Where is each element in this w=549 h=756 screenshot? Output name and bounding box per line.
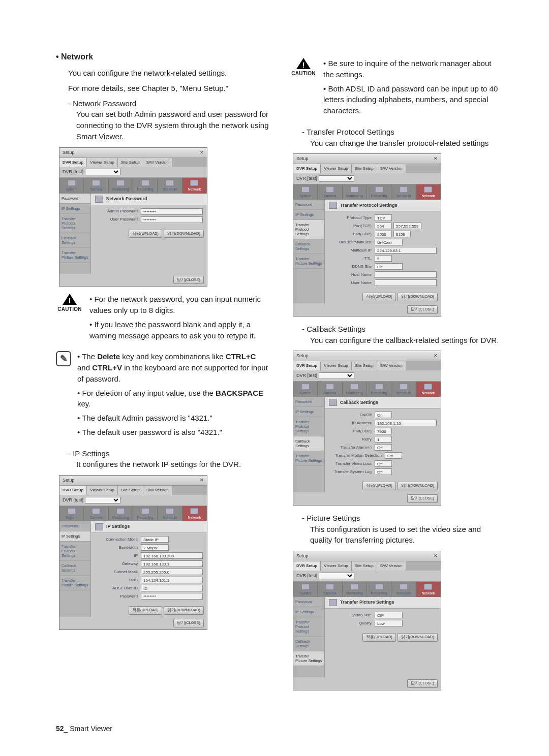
download-button[interactable]: 읽기(DOWNLOAD) — [398, 293, 438, 301]
side-tp[interactable]: Transfer Protocol Settings — [59, 214, 90, 233]
cat-schedule[interactable]: Schedule — [391, 382, 416, 397]
adsl-id-input[interactable]: ID — [141, 585, 203, 591]
side-pic[interactable]: Transfer Picture Settings — [59, 576, 90, 590]
multicast-ip-input[interactable]: 224.126.63.1 — [375, 247, 437, 254]
tab-dvr-setup[interactable]: DVR Setup — [59, 158, 87, 167]
tab-site-setup[interactable]: Site Setup — [118, 486, 143, 495]
cat-system[interactable]: System — [59, 506, 84, 521]
cat-camera[interactable]: Camera — [318, 582, 342, 597]
cat-recording[interactable]: Recording — [367, 582, 391, 597]
side-password[interactable]: Password — [59, 194, 90, 204]
tab-viewer-setup[interactable]: Viewer Setup — [321, 361, 351, 370]
close-icon[interactable]: ✕ — [200, 477, 204, 484]
onoff-select[interactable]: On — [375, 412, 392, 418]
tab-dvr-setup[interactable]: DVR Setup — [293, 164, 321, 173]
cat-monitoring[interactable]: Monitoring — [109, 506, 133, 521]
cat-recording[interactable]: Recording — [133, 506, 158, 521]
download-button[interactable]: 읽기(DOWNLOAD) — [398, 633, 438, 642]
cat-system[interactable]: System — [293, 184, 318, 200]
tab-site-setup[interactable]: Site Setup — [352, 164, 377, 173]
side-ip[interactable]: IP Settings — [293, 210, 324, 220]
cat-system[interactable]: System — [293, 382, 318, 397]
dvr-select[interactable] — [319, 573, 354, 579]
close-button[interactable]: 닫기(CLOSE) — [407, 494, 438, 503]
tab-dvr-setup[interactable]: DVR Setup — [293, 361, 321, 370]
dvr-select[interactable] — [85, 169, 120, 175]
cat-monitoring[interactable]: Monitoring — [109, 178, 133, 193]
user-password-input[interactable]: ******** — [141, 216, 203, 223]
cb-ip-input[interactable]: 192.168.1.10 — [375, 420, 437, 426]
cat-network[interactable]: Network — [182, 178, 207, 193]
cat-monitoring[interactable]: Monitoring — [343, 184, 367, 200]
side-ip[interactable]: IP Settings — [293, 407, 324, 417]
cat-schedule[interactable]: Schedule — [158, 506, 182, 521]
close-button[interactable]: 닫기(CLOSE) — [173, 619, 204, 627]
side-password[interactable]: Password — [293, 200, 324, 210]
unicast-select[interactable]: UniCast — [375, 239, 403, 245]
cat-recording[interactable]: Recording — [133, 178, 158, 193]
close-icon[interactable]: ✕ — [434, 353, 438, 359]
ttl-select[interactable]: 5 — [375, 255, 392, 262]
user-name-input[interactable] — [375, 279, 437, 286]
conn-mode-select[interactable]: Static IP — [141, 536, 169, 543]
side-ip[interactable]: IP Settings — [59, 531, 90, 542]
gateway-input[interactable]: 192.168.130.1 — [141, 560, 203, 567]
side-pic[interactable]: Transfer Picture Settings — [293, 254, 324, 269]
cat-recording[interactable]: Recording — [367, 382, 391, 397]
tab-viewer-setup[interactable]: Viewer Setup — [321, 164, 351, 173]
cb-port-select[interactable]: 7900 — [375, 428, 392, 434]
tab-sw-version[interactable]: S/W Version — [143, 158, 172, 167]
upload-button[interactable]: 적용(UPLOAD) — [129, 230, 162, 238]
side-password[interactable]: Password — [59, 521, 90, 531]
cat-camera[interactable]: Camera — [318, 184, 342, 200]
cat-camera[interactable]: Camera — [84, 506, 108, 521]
close-icon[interactable]: ✕ — [434, 553, 438, 559]
tab-sw-version[interactable]: S/W Version — [377, 561, 406, 571]
download-button[interactable]: 읽기(DOWNLOAD) — [164, 230, 204, 238]
upload-button[interactable]: 적용(UPLOAD) — [362, 633, 396, 642]
side-ip[interactable]: IP Settings — [59, 204, 90, 214]
cat-monitoring[interactable]: Monitoring — [343, 582, 367, 597]
system-log-select[interactable]: Off — [375, 468, 392, 475]
tab-sw-version[interactable]: S/W Version — [377, 361, 406, 370]
cat-network[interactable]: Network — [416, 184, 441, 200]
dvr-select[interactable] — [85, 497, 120, 503]
tab-viewer-setup[interactable]: Viewer Setup — [87, 486, 117, 495]
side-tp[interactable]: Transfer Protocol Settings — [293, 417, 324, 436]
cat-camera[interactable]: Camera — [84, 178, 108, 193]
upload-button[interactable]: 적용(UPLOAD) — [129, 606, 162, 615]
cat-network[interactable]: Network — [416, 382, 441, 397]
close-icon[interactable]: ✕ — [434, 155, 438, 162]
port-tcp-input[interactable]: 554 — [375, 223, 392, 229]
side-cb[interactable]: Callback Settings — [293, 637, 324, 651]
cat-schedule[interactable]: Schedule — [391, 582, 416, 597]
close-button[interactable]: 닫기(CLOSE) — [407, 679, 438, 688]
cat-camera[interactable]: Camera — [318, 382, 342, 397]
cat-schedule[interactable]: Schedule — [158, 178, 182, 193]
close-icon[interactable]: ✕ — [200, 149, 204, 156]
quality-select[interactable]: Low — [375, 620, 403, 626]
side-password[interactable]: Password — [293, 397, 324, 407]
tab-sw-version[interactable]: S/W Version — [143, 486, 172, 495]
tab-site-setup[interactable]: Site Setup — [118, 158, 143, 167]
side-cb[interactable]: Callback Settings — [293, 436, 324, 451]
protocol-type-select[interactable]: TCP — [375, 214, 392, 221]
tab-site-setup[interactable]: Site Setup — [352, 561, 377, 571]
side-cb[interactable]: Callback Settings — [59, 561, 90, 576]
video-loss-select[interactable]: Off — [375, 460, 392, 467]
ip-input[interactable]: 192.168.130.200 — [141, 552, 203, 559]
side-cb[interactable]: Callback Settings — [293, 239, 324, 254]
tab-site-setup[interactable]: Site Setup — [352, 361, 377, 370]
admin-password-input[interactable]: ******** — [141, 208, 203, 215]
side-pic[interactable]: Transfer Picture Settings — [293, 651, 324, 666]
tab-viewer-setup[interactable]: Viewer Setup — [321, 561, 351, 571]
close-button[interactable]: 닫기(CLOSE) — [173, 276, 204, 285]
tab-viewer-setup[interactable]: Viewer Setup — [87, 158, 117, 167]
retry-select[interactable]: 1 — [375, 436, 392, 443]
upload-button[interactable]: 적용(UPLOAD) — [362, 482, 396, 490]
port-udp-input[interactable]: 8000 — [375, 231, 392, 237]
side-tp[interactable]: Transfer Protocol Settings — [293, 617, 324, 637]
cat-system[interactable]: System — [59, 178, 84, 193]
side-tp[interactable]: Transfer Protocol Settings — [293, 220, 324, 239]
ddns-select[interactable]: Off — [375, 263, 403, 270]
